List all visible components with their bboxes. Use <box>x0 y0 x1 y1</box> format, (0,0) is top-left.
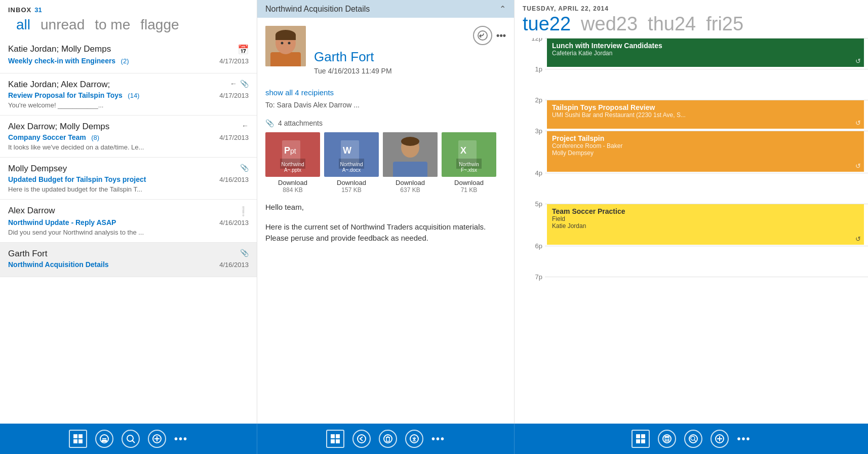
svg-point-28 <box>127 435 133 441</box>
email-item-active[interactable]: Garth Fort 📎 Northwind Acquisition Detai… <box>0 243 257 277</box>
paperclip-icon: 📎 <box>240 164 249 172</box>
attachment-docx[interactable]: W NorthwindA~.docx Download 157 KB <box>324 132 379 194</box>
email-item[interactable]: Katie Jordan; Alex Darrow; ← 📎 Review Pr… <box>0 73 257 116</box>
time-label-7p: 7p <box>517 273 542 281</box>
toolbar-search-button[interactable] <box>122 430 140 448</box>
svg-rect-1 <box>270 52 301 66</box>
email-icons: ← 📎 <box>230 80 249 88</box>
more-options-button[interactable]: ••• <box>496 30 506 41</box>
event-soccer[interactable]: Team Soccer Practice Field Katie Jordan … <box>547 204 864 245</box>
attachment-pptx[interactable]: P pt NorthwindA~.pptx Download 884 KB <box>265 132 320 194</box>
email-preview: Did you send your Northwind analysis to … <box>8 229 249 236</box>
inbox-nav: all unread to me flagge <box>8 15 249 38</box>
email-date: 4/16/2013 <box>219 219 249 226</box>
email-item[interactable]: Katie Jordan; Molly Demps 📅 Weekly check… <box>0 38 257 73</box>
toolbar-grid-button[interactable] <box>69 430 87 448</box>
svg-rect-34 <box>336 434 340 438</box>
toolbar-cal-add-button[interactable] <box>711 430 729 448</box>
svg-rect-39 <box>386 437 389 441</box>
nav-flagged[interactable]: flagge <box>140 17 179 33</box>
toolbar-add-button[interactable] <box>148 430 166 448</box>
svg-rect-36 <box>336 439 340 443</box>
time-slot-2p: 2p Tailspin Toys Proposal Review UMI Sus… <box>545 100 868 131</box>
to-line: To: Sara Davis Alex Darrow ... <box>265 101 506 109</box>
attachment-size: 71 KB <box>461 186 478 194</box>
svg-rect-45 <box>636 434 640 438</box>
exclamation-icon: ❕ <box>238 206 249 217</box>
nav-unread[interactable]: unread <box>41 17 85 33</box>
email-icons: 📎 <box>240 164 249 172</box>
nav-all[interactable]: all <box>16 17 30 33</box>
toolbar-delete-button[interactable] <box>379 430 397 448</box>
toolbar-cal-search-button[interactable] <box>684 430 702 448</box>
email-count: (8) <box>91 134 99 141</box>
svg-rect-33 <box>331 434 335 438</box>
time-label-1p: 1p <box>517 65 542 73</box>
event-tailspin-review[interactable]: Tailspin Toys Proposal Review UMI Sushi … <box>547 100 864 129</box>
email-date: 4/17/2013 <box>219 57 249 65</box>
email-body-text: Here is the current set of Northwind Tra… <box>265 221 506 244</box>
attachment-photo[interactable]: Download 637 KB <box>383 132 438 194</box>
email-date: 4/16/2013 <box>219 261 249 269</box>
toolbar-inbox-button[interactable] <box>95 430 113 448</box>
calendar-header: TUESDAY, APRIL 22, 2014 tue22 wed23 thu2… <box>515 0 868 38</box>
reply-icon: ← <box>230 80 237 88</box>
svg-rect-57 <box>668 440 669 441</box>
svg-rect-25 <box>78 439 83 443</box>
recipients-link[interactable]: show all 4 recipients <box>265 88 506 97</box>
toolbar-calculator-button[interactable] <box>658 430 676 448</box>
event-lunch[interactable]: Lunch with Interview Candidates Cafeteri… <box>547 39 864 67</box>
event-location: Field <box>552 215 859 222</box>
event-project-tailspin[interactable]: Project Tailspin Conference Room - Baker… <box>547 131 864 172</box>
sender-name: Garth Fort <box>314 49 506 65</box>
event-container-3p: Project Tailspin Conference Room - Baker… <box>545 131 868 173</box>
svg-text:X: X <box>460 145 466 156</box>
nav-tome[interactable]: to me <box>95 17 130 33</box>
toolbar-more-button[interactable]: ••• <box>174 433 188 445</box>
toolbar-email-more-button[interactable]: ••• <box>431 433 445 445</box>
toolbar-archive-button[interactable] <box>405 430 423 448</box>
svg-rect-24 <box>73 439 77 443</box>
cal-day-thu24[interactable]: thu24 <box>648 13 696 35</box>
toolbar-email-grid-button[interactable] <box>326 430 344 448</box>
email-list: Katie Jordan; Molly Demps 📅 Weekly check… <box>0 38 257 424</box>
time-label-12p: 12p <box>517 38 542 42</box>
attachment-download[interactable]: Download <box>396 179 425 186</box>
toolbar-back-button[interactable] <box>352 430 371 448</box>
event-location: Conference Room - Baker <box>552 142 859 149</box>
event-container-5p: Team Soccer Practice Field Katie Jordan … <box>545 204 868 246</box>
email-date: 4/16/2013 <box>219 176 249 183</box>
toolbar-email: ••• <box>257 424 515 454</box>
collapse-button[interactable]: ⌃ <box>499 4 506 14</box>
attachment-filename: NorthwindA~.pptx <box>265 162 320 173</box>
cal-day-tue22[interactable]: tue22 <box>523 13 571 35</box>
reply-button[interactable] <box>473 26 492 45</box>
svg-rect-53 <box>667 439 668 440</box>
cal-day-fri25[interactable]: fri25 <box>706 13 743 35</box>
email-date: 4/17/2013 <box>219 92 249 99</box>
email-icons: 📎 <box>240 249 249 257</box>
calendar-days-nav: tue22 wed23 thu24 fri25 <box>523 13 860 35</box>
event-location: UMI Sushi Bar and Restaurant (2230 1st A… <box>552 111 859 119</box>
svg-rect-56 <box>667 440 668 441</box>
toolbar-cal-grid-button[interactable] <box>632 430 650 448</box>
toolbar-cal-more-button[interactable]: ••• <box>737 433 751 445</box>
email-item[interactable]: Alex Darrow; Molly Demps ← Company Socce… <box>0 116 257 158</box>
email-item[interactable]: Alex Darrow ❕ Northwind Update - Reply A… <box>0 200 257 243</box>
attachment-download[interactable]: Download <box>337 179 366 186</box>
email-sender: Katie Jordan; Molly Demps <box>8 44 233 54</box>
email-subject: Review Proposal for Tailspin Toys <box>8 91 123 99</box>
event-container-2p: Tailspin Toys Proposal Review UMI Sushi … <box>545 100 868 131</box>
email-sender: Katie Jordan; Alex Darrow; <box>8 80 226 90</box>
email-date: 4/17/2013 <box>219 134 249 141</box>
svg-point-5 <box>281 42 284 45</box>
email-item[interactable]: Molly Dempsey 📎 Updated Budget for Tails… <box>0 158 257 200</box>
attachment-download[interactable]: Download <box>454 179 484 186</box>
recurrence-icon: ↺ <box>855 162 861 170</box>
svg-rect-48 <box>641 439 645 443</box>
cal-day-wed23[interactable]: wed23 <box>581 13 638 35</box>
attachment-download[interactable]: Download <box>278 179 307 186</box>
svg-rect-52 <box>665 439 666 440</box>
attachment-filename: NorthwinF~.xlsx <box>442 162 496 173</box>
attachment-xlsx[interactable]: X NorthwinF~.xlsx Download 71 KB <box>442 132 496 194</box>
